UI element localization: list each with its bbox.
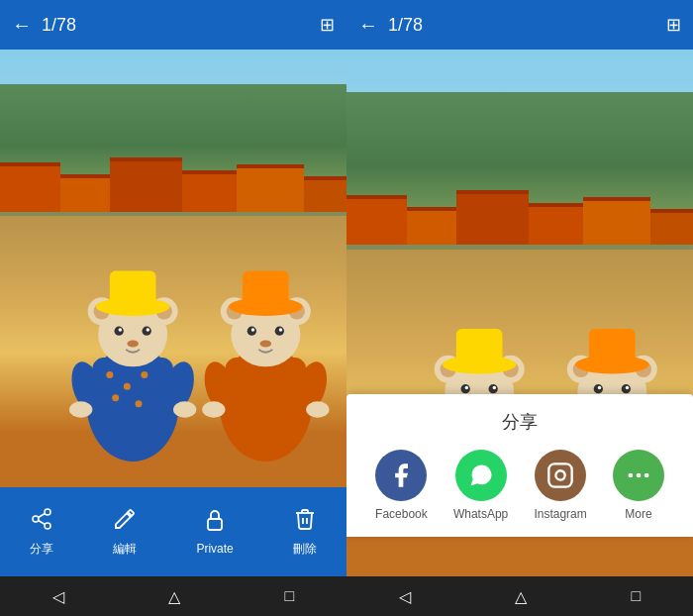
svg-rect-46 [208,519,222,530]
edit-label: 編輯 [113,541,137,558]
svg-point-40 [306,401,329,417]
svg-point-16 [119,328,123,332]
instagram-label: Instagram [534,507,586,521]
svg-line-45 [39,513,46,517]
right-back-button[interactable]: ← [358,14,378,37]
private-action[interactable]: Private [196,508,233,556]
private-label: Private [196,542,233,556]
svg-point-90 [628,473,633,478]
delete-icon [293,507,317,537]
svg-rect-31 [243,270,289,307]
nav-home-button[interactable]: △ [148,582,200,611]
right-top-bar: ← 1/78 ⊞ [346,0,693,50]
svg-line-44 [39,520,46,524]
left-photo-area [0,50,346,487]
share-instagram[interactable]: Instagram [534,450,586,521]
svg-rect-60 [456,329,503,365]
facebook-icon [375,450,427,501]
svg-point-36 [260,340,272,347]
svg-rect-24 [226,358,307,427]
whatsapp-label: WhatsApp [453,507,508,521]
svg-rect-88 [548,463,571,486]
right-nav-bar: ◁ △ □ [346,576,693,616]
svg-point-34 [251,328,255,332]
nav-recent-button[interactable]: □ [265,582,315,610]
share-dialog-title: 分享 [362,410,677,434]
back-button[interactable]: ← [12,14,32,37]
share-dialog: 分享 Facebook WhatsA [346,394,693,537]
svg-point-91 [637,473,642,478]
svg-point-64 [493,385,497,389]
instagram-icon [535,450,586,501]
right-image-mode-icon[interactable]: ⊞ [666,14,681,36]
svg-rect-78 [589,329,636,365]
right-photo-area: 奥 万 景 色 PIXIAN.COM 分享 Facebook [346,50,693,576]
right-photo-counter: 1/78 [388,15,666,36]
svg-point-18 [127,340,139,347]
svg-point-35 [279,328,283,332]
delete-label: 刪除 [293,541,317,558]
svg-point-17 [147,328,150,332]
svg-rect-13 [110,270,156,307]
svg-point-82 [626,385,630,389]
svg-point-22 [173,401,196,417]
left-nav-bar: ◁ △ □ [0,576,346,616]
svg-point-43 [45,523,50,529]
svg-point-41 [45,509,50,515]
image-mode-icon[interactable]: ⊞ [320,14,335,36]
right-nav-recent-button[interactable]: □ [612,582,661,610]
delete-action[interactable]: 刪除 [293,507,317,558]
svg-point-63 [465,385,469,389]
left-panel: ← 1/78 ⊞ [0,0,346,616]
svg-rect-1 [92,358,173,427]
more-label: More [625,507,651,521]
more-icon [613,450,664,501]
edit-icon [113,507,137,537]
svg-point-2 [106,371,113,378]
svg-point-81 [598,385,602,389]
share-facebook[interactable]: Facebook [375,450,428,521]
share-icon [30,507,53,537]
svg-point-92 [644,473,649,478]
facebook-label: Facebook [375,507,428,521]
whatsapp-icon [455,450,507,501]
svg-point-4 [141,371,148,378]
svg-point-21 [69,401,92,417]
svg-point-6 [136,400,143,407]
left-top-bar: ← 1/78 ⊞ [0,0,346,50]
share-label: 分享 [30,541,53,558]
nav-back-button[interactable]: ◁ [33,582,84,611]
edit-action[interactable]: 編輯 [113,507,137,558]
right-nav-home-button[interactable]: △ [495,582,546,611]
share-action[interactable]: 分享 [30,507,53,558]
svg-point-42 [33,516,39,522]
svg-point-3 [124,382,131,389]
svg-point-39 [202,401,225,417]
share-whatsapp[interactable]: WhatsApp [453,450,508,521]
left-bottom-bar: 分享 編輯 Private [0,487,346,576]
share-apps-list: Facebook WhatsApp [362,450,677,521]
svg-point-5 [112,394,119,401]
photo-counter: 1/78 [42,15,320,36]
share-more[interactable]: More [613,450,664,521]
lock-icon [203,508,227,538]
right-nav-back-button[interactable]: ◁ [379,582,431,611]
right-panel: ← 1/78 ⊞ [346,0,693,616]
